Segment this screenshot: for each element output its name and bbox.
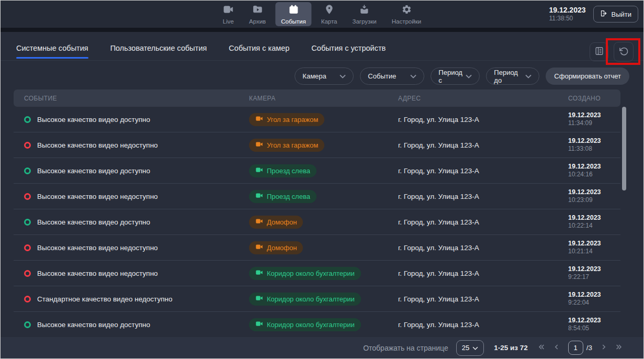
vertical-scrollbar-thumb[interactable] — [622, 107, 626, 190]
created-date: 19.12.2023 — [568, 290, 620, 299]
chevron-right-icon — [600, 343, 607, 352]
generate-report-button[interactable]: Сформировать отчет — [546, 68, 629, 85]
created-time: 9:22:17 — [568, 273, 620, 282]
camera-badge[interactable]: Угол за гаражом — [249, 139, 324, 152]
chevron-down-icon — [472, 344, 478, 352]
per-page-select[interactable]: 25 — [456, 340, 484, 356]
table-row[interactable]: Стандартное качество видео недоступно Ко… — [14, 286, 620, 312]
filter-bar: Камера Событие Период с Период до Сформи… — [295, 68, 629, 85]
camera-badge[interactable]: Проезд слева — [249, 164, 317, 177]
main-nav: Live Архив События Карта Загрузки Настро… — [217, 1, 427, 28]
current-page-input[interactable]: 1 — [568, 341, 583, 355]
address-text: г. Город, ул. Улица 123-А — [398, 167, 568, 175]
table-header: СОБЫТИЕ КАМЕРА АДРЕС СОЗДАНО — [14, 89, 620, 107]
created-time: 11:33:08 — [568, 145, 620, 153]
created-date: 19.12.2023 — [568, 214, 620, 222]
camera-name: Домофон — [267, 218, 297, 226]
nav-item-live[interactable]: Live — [217, 2, 240, 26]
per-page-value: 25 — [462, 344, 469, 352]
period-to-dropdown[interactable]: Период до — [486, 68, 539, 85]
last-page-button[interactable] — [615, 343, 623, 352]
table-row[interactable]: Высокое качество видео недоступно Проезд… — [14, 184, 620, 209]
created-date: 19.12.2023 — [568, 162, 620, 171]
created-time: 10:22:14 — [568, 222, 620, 230]
event-filter-dropdown[interactable]: Событие — [360, 68, 424, 85]
tabs-separator — [1, 60, 643, 61]
created-time: 9:22:04 — [568, 299, 620, 307]
logout-button[interactable]: Выйти — [593, 6, 639, 23]
table-row[interactable]: Высокое качество видео доступно Домофон … — [14, 209, 620, 235]
report-journal-button[interactable] — [590, 42, 608, 61]
tab-camera-events[interactable]: События с камер — [229, 43, 289, 59]
topbar-divider — [1, 28, 643, 32]
camera-badge[interactable]: Коридор около бухгалтерии — [249, 293, 361, 306]
camera-badge[interactable]: Проезд слева — [249, 190, 317, 203]
chevron-left-icon — [553, 343, 560, 352]
status-ring — [24, 219, 31, 226]
period-from-dropdown[interactable]: Период с — [431, 68, 480, 85]
created-time: 8:54:05 — [568, 324, 620, 333]
current-time: 11:38:50 — [549, 15, 585, 23]
status-ring — [24, 193, 31, 200]
address-text: г. Город, ул. Улица 123-А — [398, 141, 568, 149]
created-date: 19.12.2023 — [568, 111, 620, 119]
tab-device-events[interactable]: События с устройств — [311, 43, 386, 59]
camera-name: Проезд слева — [267, 193, 310, 200]
tab-user-events[interactable]: Пользовательские события — [110, 43, 207, 59]
report-journal-icon — [594, 46, 604, 58]
camera-name: Коридор около бухгалтерии — [267, 295, 355, 303]
camera-badge[interactable]: Коридор около бухгалтерии — [249, 267, 361, 280]
status-ring — [24, 321, 31, 328]
current-date: 19.12.2023 — [549, 5, 585, 15]
camera-name: Угол за гаражом — [267, 116, 318, 124]
table-row[interactable]: Высокое качество видео доступно Проезд с… — [14, 158, 620, 184]
status-ring — [24, 142, 31, 149]
content-area: Системные события Пользовательские событ… — [1, 32, 643, 358]
event-text: Высокое качество видео доступно — [37, 116, 150, 124]
chevron-down-icon — [340, 72, 346, 80]
address-text: г. Город, ул. Улица 123-А — [398, 321, 568, 329]
camera-filter-dropdown[interactable]: Камера — [295, 68, 354, 85]
next-page-button[interactable] — [600, 343, 607, 352]
camera-name: Коридор около бухгалтерии — [267, 321, 355, 329]
camera-badge[interactable]: Домофон — [249, 216, 303, 229]
period-from-label: Период с — [438, 69, 466, 84]
nav-item-uploads[interactable]: Загрузки — [346, 2, 382, 26]
top-bar: Live Архив События Карта Загрузки Настро… — [1, 1, 643, 28]
chevron-down-icon — [525, 72, 532, 80]
event-text: Высокое качество видео доступно — [37, 321, 150, 329]
nav-item-settings[interactable]: Настройки — [386, 2, 427, 26]
address-text: г. Город, ул. Улица 123-А — [398, 295, 568, 303]
video-camera-icon — [255, 268, 263, 278]
table-row[interactable]: Высокое качество видео недоступно Домофо… — [14, 235, 620, 261]
tab-system-events[interactable]: Системные события — [16, 43, 88, 59]
table-row[interactable]: Высокое качество видео доступно Коридор … — [14, 312, 620, 338]
nav-item-events[interactable]: События — [275, 2, 311, 26]
created-date: 19.12.2023 — [568, 265, 620, 273]
event-text: Высокое качество видео недоступно — [37, 141, 158, 149]
refresh-button[interactable] — [614, 42, 634, 62]
camera-badge[interactable]: Коридор около бухгалтерии — [249, 318, 361, 331]
event-text: Высокое качество видео доступно — [37, 167, 150, 175]
video-camera-icon — [255, 192, 263, 201]
nav-item-archive[interactable]: Архив — [243, 2, 272, 26]
video-camera-icon — [255, 320, 263, 329]
exit-icon — [600, 9, 608, 19]
table-row[interactable]: Высокое качество видео недоступно Коридо… — [14, 261, 620, 286]
camera-name: Коридор около бухгалтерии — [267, 270, 355, 277]
event-text: Высокое качество видео доступно — [37, 218, 150, 226]
created-date: 19.12.2023 — [568, 316, 620, 324]
period-to-label: Период до — [494, 69, 525, 84]
first-page-button[interactable] — [538, 343, 545, 352]
prev-page-button[interactable] — [553, 343, 560, 352]
column-header-camera: КАМЕРА — [249, 95, 398, 102]
folder-archive-icon — [252, 4, 263, 17]
nav-item-map[interactable]: Карта — [315, 2, 343, 26]
camera-badge[interactable]: Угол за гаражом — [249, 113, 324, 126]
table-row[interactable]: Высокое качество видео недоступно Угол з… — [14, 132, 620, 158]
status-ring — [24, 167, 31, 174]
created-time: 11:34:09 — [568, 119, 620, 128]
camera-badge[interactable]: Домофон — [249, 241, 303, 254]
table-row[interactable]: Высокое качество видео доступно Угол за … — [14, 107, 620, 132]
video-camera-icon — [255, 115, 263, 124]
